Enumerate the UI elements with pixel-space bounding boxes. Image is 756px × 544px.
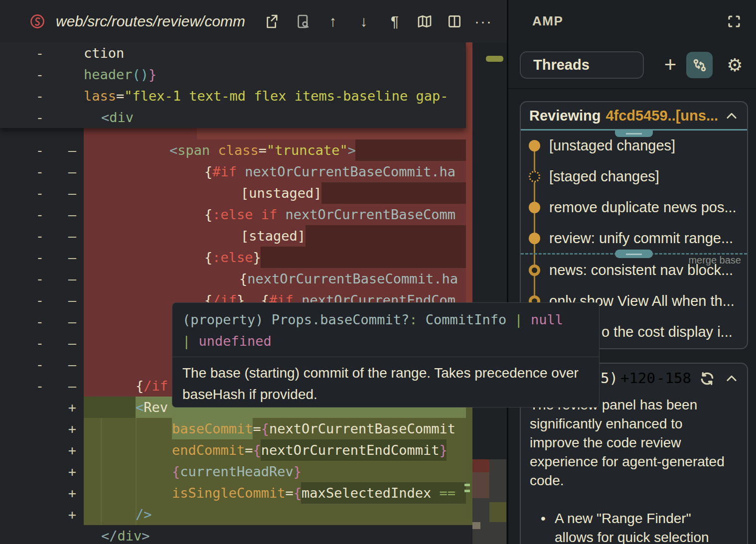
split-view-icon[interactable]	[443, 10, 466, 33]
gutter-marker: -	[34, 107, 46, 128]
panel-header: AMP	[508, 0, 756, 42]
gutter-marker: -	[34, 182, 46, 204]
commit-item[interactable]: [unstaged changes]	[521, 135, 747, 156]
gutter-marker: +	[65, 482, 80, 504]
diff-line-background	[84, 397, 136, 418]
arrow-down-icon[interactable]: ↓	[352, 10, 375, 33]
bullet-icon: •	[541, 509, 555, 544]
commit-dot-icon	[529, 140, 540, 151]
fullscreen-icon[interactable]	[726, 14, 742, 29]
git-compare-icon	[692, 58, 707, 73]
gutter-marker: -	[34, 42, 46, 64]
minimap-block-deleted	[472, 459, 489, 472]
gutter-marker: —	[65, 311, 80, 332]
commit-item[interactable]: [staged changes]	[521, 165, 747, 187]
file-title: web/src/routes/review/comm	[56, 13, 258, 30]
summary-paragraph: The review panel has been significantly …	[530, 396, 733, 490]
commit-dot-icon	[529, 265, 540, 276]
gutter-marker: -	[34, 247, 46, 268]
gutter-marker: —	[65, 332, 80, 354]
gutter-marker: —	[65, 182, 80, 204]
app-window: -—<span class="truncate">-—{#if nextOrCu…	[0, 0, 756, 544]
code-line: -ction	[0, 42, 466, 64]
deletions-stat: -158	[656, 370, 691, 387]
code-line: -—{#if nextOrCurrentBaseCommit.ha	[0, 161, 472, 182]
indent-guide	[101, 418, 102, 525]
commit-dot-icon	[529, 233, 540, 244]
code-line: +isSingleCommit={maxSelectedIndex ==	[0, 482, 472, 504]
code-line: +baseCommit={nextOrCurrentBaseCommit	[0, 418, 472, 439]
gutter-marker: —	[65, 289, 80, 311]
indent-guide	[136, 418, 137, 525]
reviewing-range: 4fcd5459..[uns...	[605, 108, 718, 124]
panel-divider	[508, 88, 756, 89]
commit-dot-icon	[529, 171, 540, 182]
preview-search-icon[interactable]	[292, 10, 314, 33]
gutter-marker: -	[34, 311, 46, 332]
code-line: +/>	[0, 504, 472, 525]
gutter-marker: -	[34, 85, 46, 107]
share-icon[interactable]	[261, 10, 284, 33]
new-thread-button[interactable]: +	[658, 52, 683, 77]
settings-button[interactable]: ⚙	[722, 52, 748, 78]
refresh-icon[interactable]	[699, 371, 716, 388]
gutter-marker: —	[65, 225, 80, 247]
svelte-file-icon	[26, 10, 49, 33]
commit-item[interactable]: review: unify commit range...	[521, 227, 747, 249]
commit-item[interactable]: remove duplicate news pos...	[521, 196, 747, 218]
bullet-item: • A new "Range Finder" allows for quick …	[541, 509, 725, 544]
gutter-marker: -	[34, 354, 46, 375]
threads-row: Threads + ⚙	[508, 46, 756, 86]
collapse-chevron-icon[interactable]	[724, 109, 739, 124]
bullet-text: A new "Range Finder" allows for quick se…	[555, 509, 725, 544]
reviewing-header[interactable]: Reviewing 4fcd5459..[uns...	[521, 102, 747, 129]
gutter-marker: —	[65, 247, 80, 268]
threads-label: Threads	[533, 57, 590, 73]
reviewing-label: Reviewing	[529, 108, 601, 124]
summary-bullets: • A new "Range Finder" allows for quick …	[541, 509, 725, 544]
arrow-up-icon[interactable]: ↑	[321, 10, 344, 33]
code-line: {	[0, 539, 472, 544]
diff-line-background	[305, 225, 472, 247]
commit-label: review: unify commit range...	[549, 230, 733, 247]
gutter-marker: -	[34, 375, 46, 397]
merge-base-handle[interactable]	[615, 250, 653, 258]
review-mode-toggle[interactable]	[686, 52, 713, 78]
gutter-marker: -	[34, 64, 46, 85]
handle-grip	[626, 254, 642, 255]
map-icon[interactable]	[413, 10, 436, 33]
gutter-marker: -	[34, 139, 46, 161]
threads-button[interactable]: Threads	[520, 51, 644, 79]
gutter-marker: +	[65, 418, 80, 439]
gutter-marker: -	[34, 332, 46, 354]
gutter-marker: —	[65, 139, 80, 161]
minimap-scrollbar[interactable]	[486, 56, 503, 62]
gutter-marker: —	[65, 161, 80, 182]
gutter-marker: -	[34, 225, 46, 247]
editor-toolbar: web/src/routes/review/comm ↑ ↓ ¶ ···	[0, 0, 507, 42]
additions-stat: +120	[620, 370, 655, 387]
code-line: -—[staged]	[0, 225, 472, 247]
code-line: -—<span class="truncate">	[0, 139, 472, 161]
minimap-slider[interactable]	[489, 459, 506, 498]
gutter-marker: -	[34, 289, 46, 311]
pilcrow-icon[interactable]: ¶	[383, 10, 406, 33]
commit-label: [unstaged changes]	[549, 137, 675, 154]
collapse-chevron-icon[interactable]	[724, 372, 739, 387]
diff-line-background	[197, 128, 472, 139]
gutter-marker: +	[65, 504, 80, 525]
gutter-marker: +	[65, 461, 80, 482]
more-icon[interactable]: ···	[472, 10, 495, 33]
commit-label: o the cost display i...	[602, 324, 733, 340]
code-line: -—{:else}	[0, 247, 472, 268]
gutter-marker: -	[34, 161, 46, 182]
overview-ruler-mark	[464, 484, 470, 486]
minimap-block	[472, 522, 480, 529]
gutter-marker: —	[65, 375, 80, 397]
file-count: 5)	[601, 370, 618, 387]
gutter-marker: +	[65, 397, 80, 418]
amp-panel: AMP Threads + ⚙ Reviewing 4fcd5459..[uns…	[508, 0, 756, 544]
gutter-marker: —	[65, 354, 80, 375]
code-line: -—[unstaged]	[0, 182, 472, 204]
code-line	[0, 128, 472, 139]
